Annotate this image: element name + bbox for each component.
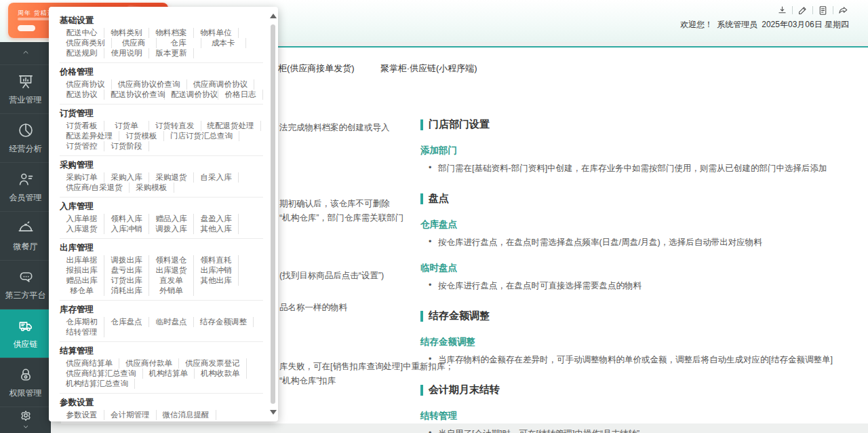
menu-item[interactable]: 采购订单 [60,172,104,183]
menu-scrollbar[interactable] [269,10,277,419]
doc-feature-link[interactable]: 结转管理 [420,410,854,422]
menu-item[interactable]: 入库冲销 [104,224,149,234]
menu-item[interactable]: 入库退货 [60,224,104,234]
menu-item[interactable]: 价格日志 [218,90,263,100]
menu-item[interactable]: 外销单 [149,286,194,296]
menu-item[interactable]: 物料类别 [104,28,149,38]
menu-item[interactable]: 订货转直发 [149,121,201,131]
menu-item[interactable]: 仓库 [157,38,201,48]
menu-item[interactable]: 门店订货汇总查询 [164,131,239,141]
menu-item[interactable]: 订货管控 [60,141,104,151]
menu-item[interactable]: 成本卡 [201,38,246,48]
scrollbar-thumb[interactable] [271,24,275,404]
share-icon[interactable] [837,5,849,16]
menu-item[interactable]: 其他入库 [194,224,239,234]
scroll-up-icon[interactable] [270,14,277,18]
menu-item[interactable]: 供应商发票登记 [179,358,247,369]
menu-item[interactable]: 机构收款单 [195,369,247,379]
edit-icon[interactable] [797,5,808,16]
menu-item[interactable]: 供应商/自采退货 [60,183,130,193]
menu-item[interactable]: 消耗出库 [104,286,149,296]
menu-section-title: 参数设置 [60,397,263,409]
menu-item[interactable]: 微信消息提醒 [157,410,216,420]
menu-item[interactable]: 物料单位 [194,28,239,38]
menu-item[interactable]: 采购模板 [130,183,174,193]
menu-item[interactable]: 结存金额调整 [194,317,254,327]
sidebar-item-permission[interactable]: 权限管理 [0,358,51,407]
doc-feature-link[interactable]: 结存金额调整 [420,336,854,348]
sidebar-item-thirdparty[interactable]: 第三方平台 [0,261,51,309]
sidebar-item-label: 营业管理 [9,94,42,106]
menu-item[interactable]: 统配退货处理 [201,121,261,131]
menu-item[interactable]: 采购退货 [149,172,194,183]
menu-item[interactable]: 领料退仓 [149,255,194,265]
menu-item[interactable]: 配送调价协议 [165,90,218,100]
doc-feature-link[interactable]: 添加部门 [420,145,854,157]
sidebar-item-business[interactable]: 营业管理 [0,65,51,114]
sidebar-item-supplychain[interactable]: 供应链 [0,309,51,358]
menu-item[interactable]: 配送规则 [60,48,104,58]
menu-item[interactable]: 赠品入库 [149,214,194,224]
doc-feature-link[interactable]: 临时盘点 [420,262,854,274]
menu-item[interactable]: 机构结算汇总查询 [60,379,135,389]
download-icon[interactable] [776,5,788,16]
menu-item[interactable]: 订货看板 [60,121,104,131]
menu-item[interactable]: 临时盘点 [149,317,194,327]
menu-item[interactable]: 调拨出库 [104,255,149,265]
welcome-line: 欢迎您！系统管理员2025年03月06日 星期四 [676,19,849,31]
menu-item[interactable]: 盘盈入库 [194,214,239,224]
menu-item[interactable]: 供应商类别 [60,38,112,48]
menu-item[interactable]: 订货模板 [119,131,164,141]
menu-item[interactable]: 结转管理 [60,327,104,337]
menu-item[interactable]: 移仓单 [60,286,104,296]
document-icon[interactable] [817,5,829,16]
menu-item[interactable]: 出库退货 [149,265,194,276]
menu-item[interactable]: 使用说明 [104,48,149,58]
menu-item[interactable]: 供应商结算汇总查询 [60,369,143,379]
menu-item[interactable]: 出库单据 [60,255,104,265]
sidebar-item-member[interactable]: 会员管理 [0,163,51,212]
menu-item[interactable]: 供应商付款单 [119,358,179,369]
tab-1[interactable]: 聚掌柜·供应链(小程序端) [380,62,477,75]
menu-item[interactable]: 供应商结算单 [60,358,119,369]
menu-item[interactable]: 订货单 [104,121,149,131]
menu-item[interactable]: 订货阶段 [104,141,149,151]
scroll-down-icon[interactable] [270,410,277,415]
menu-item[interactable]: 供应商调价协议 [187,79,255,90]
menu-row: 订货管控订货阶段 [60,141,263,151]
menu-item[interactable]: 自采入库 [194,172,239,183]
menu-item[interactable]: 会计期管理 [104,410,157,420]
menu-item[interactable]: 盘亏出库 [104,265,149,276]
menu-item[interactable]: 物料档案 [149,28,194,38]
doc-bullet: 按仓库进行盘点，在盘点时需选择盘点频率(日盘/周盘/月盘)，选择后自动带出对应物… [420,237,854,248]
menu-item[interactable]: 其他出库 [194,276,239,286]
menu-item[interactable]: 配送协议价查询 [104,90,165,100]
sidebar-settings-button[interactable] [0,407,51,433]
menu-item[interactable]: 供应商协议 [60,79,112,90]
menu-item[interactable]: 仓库期初 [60,317,104,327]
promo-banner-button[interactable] [18,25,35,31]
menu-item[interactable]: 供应商 [112,38,157,48]
menu-item[interactable]: 领料直耗 [194,255,239,265]
menu-item[interactable]: 配送协议 [60,90,104,100]
menu-item[interactable]: 仓库盘点 [104,317,149,327]
menu-item[interactable]: 配送差异处理 [60,131,119,141]
menu-item[interactable]: 赠品出库 [60,276,104,286]
menu-item[interactable]: 订货出库 [104,276,149,286]
menu-item[interactable]: 入库单据 [60,214,104,224]
menu-item[interactable]: 采购入库 [104,172,149,183]
menu-item[interactable]: 调拨入库 [149,224,194,234]
menu-item[interactable]: 领料入库 [104,214,149,224]
sidebar-item-analysis[interactable]: 经营分析 [0,114,51,163]
sidebar-item-restaurant[interactable]: 微餐厅 [0,212,51,261]
menu-item[interactable]: 直发单 [149,276,194,286]
doc-feature-link[interactable]: 仓库盘点 [420,219,854,231]
menu-item[interactable]: 版本更新 [149,48,194,58]
sidebar-collapse-button[interactable] [0,42,51,65]
menu-item[interactable]: 供应商协议价查询 [112,79,187,90]
menu-item[interactable]: 配送中心 [60,28,104,38]
menu-item[interactable]: 报损出库 [60,265,104,276]
menu-item[interactable]: 参数设置 [60,410,104,420]
menu-item[interactable]: 出库冲销 [194,265,239,276]
menu-item[interactable]: 机构结算单 [143,369,195,379]
